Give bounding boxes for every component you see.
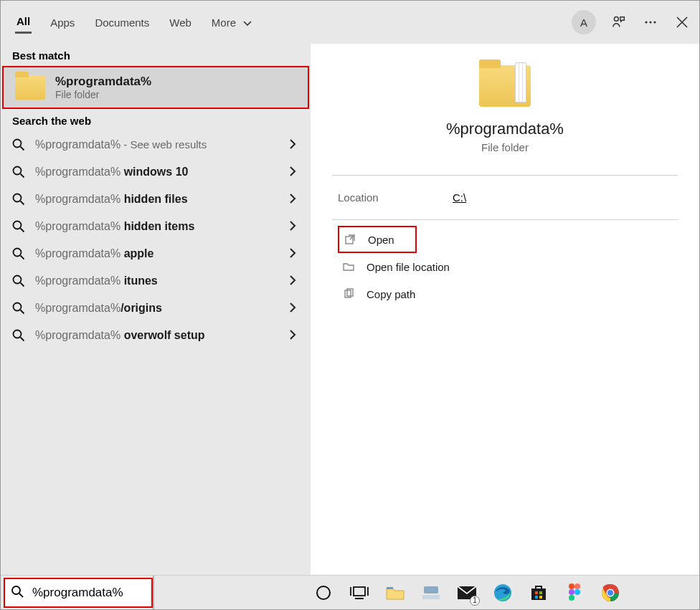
file-explorer-icon[interactable] [385, 583, 405, 603]
folder-outline-icon [342, 260, 355, 273]
search-box[interactable] [4, 578, 153, 608]
search-icon [12, 138, 25, 151]
web-results-list: %programdata% - See web results %program… [1, 131, 311, 349]
best-match-item[interactable]: %programdata% File folder [2, 66, 309, 109]
svg-point-7 [14, 221, 22, 229]
bottom-bar: 1 [1, 575, 699, 609]
svg-point-6 [14, 194, 22, 202]
tab-more[interactable]: More [210, 12, 253, 33]
task-view-icon[interactable] [349, 583, 369, 603]
svg-point-15 [12, 586, 20, 594]
device-icon[interactable] [421, 583, 441, 603]
section-search-web: Search the web [1, 109, 311, 131]
svg-point-27 [569, 583, 574, 589]
web-result-label: %programdata% itunes [35, 275, 299, 287]
search-icon [12, 220, 25, 233]
web-result-item[interactable]: %programdata% hidden items [1, 213, 311, 240]
chevron-right-icon [289, 247, 296, 261]
svg-point-16 [317, 586, 330, 599]
feedback-icon[interactable] [610, 14, 628, 31]
edge-icon[interactable] [493, 583, 513, 603]
chevron-right-icon [289, 220, 296, 234]
tab-all[interactable]: All [15, 11, 32, 34]
tab-more-label: More [212, 16, 236, 29]
action-open-label: Open [368, 234, 394, 246]
close-icon[interactable] [673, 14, 691, 31]
search-icon [11, 585, 24, 600]
svg-rect-24 [539, 591, 542, 594]
open-icon [344, 233, 356, 246]
preview-title: %programdata% [446, 120, 564, 138]
section-best-match: Best match [1, 44, 311, 66]
cortana-icon[interactable] [313, 583, 334, 603]
web-result-item[interactable]: %programdata%/origins [1, 295, 311, 322]
web-result-item[interactable]: %programdata% apple [1, 240, 311, 267]
tab-documents[interactable]: Documents [93, 12, 151, 33]
svg-rect-19 [424, 586, 438, 594]
chevron-right-icon [289, 138, 296, 152]
location-label: Location [338, 191, 453, 204]
svg-point-3 [653, 21, 656, 23]
microsoft-store-icon[interactable] [529, 583, 549, 603]
web-result-label: %programdata% hidden items [35, 220, 299, 233]
web-result-item[interactable]: %programdata% windows 10 [1, 158, 311, 186]
search-icon [12, 329, 25, 342]
content-columns: Best match %programdata% File folder Sea… [1, 44, 699, 575]
svg-rect-26 [539, 596, 542, 599]
svg-point-34 [607, 590, 613, 596]
search-icon [12, 302, 25, 315]
folder-large-icon [479, 65, 531, 107]
taskbar: 1 [153, 576, 699, 609]
chevron-down-icon [243, 16, 252, 29]
search-input[interactable] [31, 585, 146, 601]
preview-panel: %programdata% File folder Location C:\ O… [311, 44, 699, 575]
web-result-item[interactable]: %programdata% - See web results [1, 131, 311, 158]
web-result-label: %programdata% - See web results [35, 138, 299, 151]
folder-icon [15, 75, 45, 100]
best-match-subtitle: File folder [55, 89, 151, 100]
action-open[interactable]: Open [338, 226, 417, 253]
web-result-label: %programdata% hidden files [35, 193, 299, 206]
svg-point-5 [14, 167, 22, 175]
action-open-file-location-label: Open file location [366, 261, 450, 273]
svg-point-9 [14, 276, 22, 284]
tab-apps[interactable]: Apps [49, 12, 76, 33]
chevron-right-icon [289, 302, 296, 315]
svg-point-28 [574, 583, 580, 589]
preview-subtitle: File folder [481, 141, 529, 153]
avatar[interactable]: A [572, 10, 596, 34]
preview-actions: Open Open file location Copy path [311, 220, 699, 308]
svg-point-0 [614, 16, 618, 21]
more-icon[interactable] [642, 14, 659, 31]
web-result-label: %programdata% apple [35, 247, 299, 260]
chevron-right-icon [289, 193, 296, 206]
search-icon [12, 166, 25, 178]
svg-rect-23 [535, 591, 538, 594]
best-match-title: %programdata% [55, 75, 151, 89]
mail-icon[interactable]: 1 [457, 583, 477, 603]
chevron-right-icon [289, 329, 296, 343]
svg-rect-25 [535, 596, 538, 599]
search-tabs: All Apps Documents Web More [15, 11, 253, 34]
action-copy-path[interactable]: Copy path [338, 280, 699, 308]
location-value[interactable]: C:\ [453, 191, 466, 204]
tab-web[interactable]: Web [168, 12, 193, 33]
chevron-right-icon [289, 275, 296, 288]
svg-point-29 [569, 589, 574, 595]
folder-pages-decoration [515, 62, 526, 103]
action-open-file-location[interactable]: Open file location [338, 253, 699, 280]
web-result-item[interactable]: %programdata% hidden files [1, 186, 311, 213]
svg-point-8 [14, 249, 22, 257]
web-result-item[interactable]: %programdata% overwolf setup [1, 322, 311, 349]
svg-rect-17 [354, 587, 365, 596]
chevron-right-icon [289, 166, 296, 179]
web-result-label: %programdata% overwolf setup [35, 329, 299, 342]
figma-icon[interactable] [564, 583, 585, 603]
web-result-item[interactable]: %programdata% itunes [1, 267, 311, 295]
svg-rect-20 [422, 595, 440, 599]
svg-rect-22 [531, 588, 546, 600]
best-match-text: %programdata% File folder [55, 75, 151, 100]
svg-point-11 [14, 330, 22, 338]
chrome-icon[interactable] [600, 583, 620, 603]
svg-point-2 [649, 21, 651, 23]
